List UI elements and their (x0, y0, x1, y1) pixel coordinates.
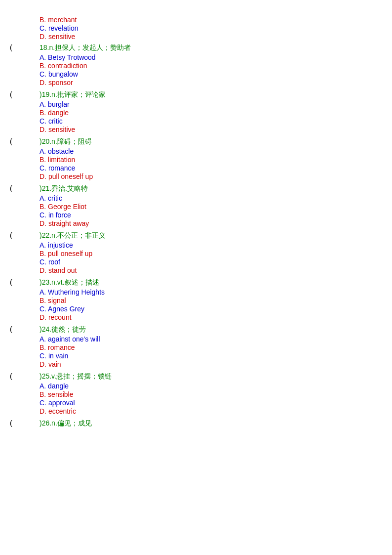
option-text: C. in force (39, 211, 71, 219)
blank-space (20, 278, 39, 286)
option-item[interactable]: A. against one's will (39, 335, 382, 343)
option-item[interactable]: C. Agnes Grey (39, 305, 382, 313)
option-item[interactable]: A. Wuthering Heights (39, 288, 382, 296)
option-text: C. roof (39, 258, 60, 266)
option-item[interactable]: B. pull oneself up (39, 250, 382, 257)
options-list: A. critic B. George Eliot C. in force D.… (39, 194, 382, 227)
paren-open: ( (10, 184, 20, 192)
paren-open: ( (10, 231, 20, 239)
option-item[interactable]: A. critic (39, 194, 382, 202)
option-text: A. against one's will (39, 335, 100, 343)
option-letter: C. (39, 24, 48, 32)
preceding-options: B. merchant C. revelation D. sensitive (39, 16, 382, 41)
quiz-container: B. merchant C. revelation D. sensitive (… (0, 10, 392, 437)
option-item[interactable]: B. George Eliot (39, 203, 382, 211)
blank-space (20, 231, 39, 239)
option-item[interactable]: C. approval (39, 399, 382, 407)
question-19: ( )19.n.批评家；评论家 A. burglar B. dangle C. … (10, 90, 382, 133)
option-item[interactable]: A. Betsy Trotwood (39, 53, 382, 61)
question-line: ( 18.n.担保人；发起人；赞助者 (10, 43, 382, 52)
option-text: B. George Eliot (39, 203, 86, 211)
option-item[interactable]: D. sponsor (39, 79, 382, 86)
question-line: ( )25.v.悬挂；摇摆；锁链 (10, 372, 382, 381)
question-22: ( )22.n.不公正；非正义 A. injustice B. pull one… (10, 231, 382, 274)
option-text: D. vain (39, 360, 61, 368)
option-text: B. signal (39, 297, 66, 304)
question-text: 18.n.担保人；发起人；赞助者 (39, 43, 131, 52)
option-item[interactable]: C. in vain (39, 352, 382, 360)
question-18: ( 18.n.担保人；发起人；赞助者 A. Betsy Trotwood B. … (10, 43, 382, 86)
option-text: C. romance (39, 164, 75, 172)
option-item[interactable]: C. revelation (39, 24, 382, 32)
question-line: ( )20.n.障碍；阻碍 (10, 137, 382, 146)
question-text: )26.n.偏见；成见 (39, 419, 92, 428)
blank-space (20, 90, 39, 98)
question-text: )25.v.悬挂；摇摆；锁链 (39, 372, 112, 381)
options-list: A. injustice B. pull oneself up C. roof … (39, 241, 382, 274)
option-item[interactable]: C. bungalow (39, 70, 382, 78)
option-item[interactable]: C. romance (39, 164, 382, 172)
question-line: ( )24.徒然；徒劳 (10, 325, 382, 334)
option-text: C. critic (39, 117, 63, 125)
option-item[interactable]: D. vain (39, 360, 382, 368)
blank-space (20, 419, 39, 427)
option-item[interactable]: D. stand out (39, 266, 382, 274)
options-list: A. Betsy Trotwood B. contradiction C. bu… (39, 53, 382, 86)
option-item[interactable]: B. sensible (39, 390, 382, 398)
option-text: B. romance (39, 343, 75, 351)
option-item[interactable]: B. contradiction (39, 62, 382, 70)
option-text: A. Wuthering Heights (39, 288, 105, 296)
question-24: ( )24.徒然；徒劳 A. against one's will B. rom… (10, 325, 382, 368)
question-21: ( )21.乔治.艾略特 A. critic B. George Eliot C… (10, 184, 382, 227)
option-item[interactable]: B. limitation (39, 156, 382, 164)
question-line: ( )21.乔治.艾略特 (10, 184, 382, 193)
option-letter: B. (39, 16, 48, 24)
option-text: D. sponsor (39, 79, 73, 86)
option-text: D. eccentric (39, 407, 76, 415)
option-item[interactable]: A. obstacle (39, 147, 382, 155)
option-item[interactable]: D. pull oneself up (39, 172, 382, 180)
option-item[interactable]: D. straight away (39, 219, 382, 227)
option-text: A. critic (39, 194, 62, 202)
question-text: )20.n.障碍；阻碍 (39, 137, 92, 146)
option-item[interactable]: C. roof (39, 258, 382, 266)
option-item[interactable]: A. injustice (39, 241, 382, 249)
option-item[interactable]: B. romance (39, 343, 382, 351)
option-item[interactable]: D. eccentric (39, 407, 382, 415)
option-item[interactable]: A. dangle (39, 382, 382, 390)
option-text: B. sensible (39, 390, 73, 398)
option-text: B. limitation (39, 156, 75, 164)
question-20: ( )20.n.障碍；阻碍 A. obstacle B. limitation … (10, 137, 382, 180)
paren-open: ( (10, 137, 20, 145)
options-list: A. against one's will B. romance C. in v… (39, 335, 382, 368)
option-item[interactable]: D. sensitive (39, 33, 382, 41)
question-text: )21.乔治.艾略特 (39, 184, 88, 193)
option-text: C. Agnes Grey (39, 305, 84, 313)
option-text: C. in vain (39, 352, 68, 360)
paren-open: ( (10, 278, 20, 286)
option-text: merchant (48, 16, 77, 24)
option-item[interactable]: A. burglar (39, 100, 382, 108)
option-text: A. injustice (39, 241, 73, 249)
question-line: ( )19.n.批评家；评论家 (10, 90, 382, 99)
option-text: D. recount (39, 313, 72, 321)
option-item[interactable]: D. recount (39, 313, 382, 321)
option-item[interactable]: C. critic (39, 117, 382, 125)
option-item[interactable]: D. sensitive (39, 126, 382, 133)
option-text: A. dangle (39, 382, 69, 390)
option-text: D. straight away (39, 219, 89, 227)
blank-space (20, 137, 39, 145)
blank-space (20, 43, 39, 51)
option-item[interactable]: B. signal (39, 297, 382, 304)
option-text: D. pull oneself up (39, 172, 93, 180)
options-list: A. burglar B. dangle C. critic D. sensit… (39, 100, 382, 133)
question-line: ( )22.n.不公正；非正义 (10, 231, 382, 240)
option-item[interactable]: B. merchant (39, 16, 382, 24)
option-item[interactable]: B. dangle (39, 109, 382, 117)
question-23: ( )23.n.vt.叙述；描述 A. Wuthering Heights B.… (10, 278, 382, 321)
blank-space (20, 184, 39, 192)
option-item[interactable]: C. in force (39, 211, 382, 219)
paren-open: ( (10, 372, 20, 380)
blank-space (20, 325, 39, 333)
question-text: )24.徒然；徒劳 (39, 325, 86, 334)
